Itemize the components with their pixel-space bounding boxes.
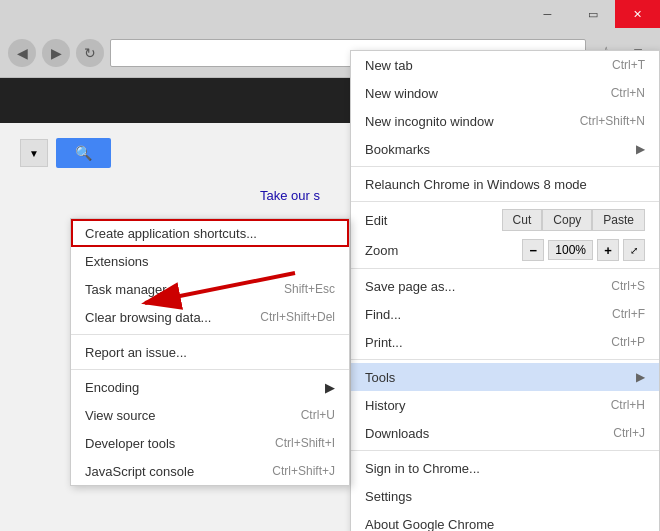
menu-divider-5 [351,450,659,451]
menu-item-save-page-label: Save page as... [365,279,455,294]
menu-item-print-shortcut: Ctrl+P [611,335,645,349]
menu-item-tools-label: Tools [365,370,395,385]
tools-item-dev-tools[interactable]: Developer tools Ctrl+Shift+I [71,429,349,457]
bookmarks-arrow-icon: ▶ [636,142,645,156]
titlebar: ─ ▭ ✕ [0,0,660,28]
tools-item-view-source-shortcut: Ctrl+U [301,408,335,422]
menu-item-settings-label: Settings [365,489,412,504]
menu-divider-2 [351,201,659,202]
minimize-button[interactable]: ─ [525,0,570,28]
search-dropdown-button[interactable]: ▼ [20,139,48,167]
tools-item-create-shortcuts[interactable]: Create application shortcuts... [71,219,349,247]
tools-item-encoding-label: Encoding [85,380,139,395]
menu-item-downloads[interactable]: Downloads Ctrl+J [351,419,659,447]
menu-item-history-label: History [365,398,405,413]
tools-submenu: Create application shortcuts... Extensio… [70,218,350,486]
menu-item-tools[interactable]: Tools ▶ [351,363,659,391]
tools-item-view-source[interactable]: View source Ctrl+U [71,401,349,429]
zoom-out-button[interactable]: − [522,239,544,261]
menu-item-print-label: Print... [365,335,403,350]
maximize-button[interactable]: ▭ [570,0,615,28]
zoom-row: Zoom − 100% + ⤢ [351,235,659,265]
menu-divider-1 [351,166,659,167]
zoom-label: Zoom [365,243,518,258]
menu-item-incognito-label: New incognito window [365,114,494,129]
encoding-arrow-icon: ▶ [325,380,335,395]
menu-item-settings[interactable]: Settings [351,482,659,510]
tools-item-report-issue[interactable]: Report an issue... [71,338,349,366]
copy-button[interactable]: Copy [542,209,592,231]
menu-item-incognito-shortcut: Ctrl+Shift+N [580,114,645,128]
menu-item-new-window[interactable]: New window Ctrl+N [351,79,659,107]
menu-item-new-window-label: New window [365,86,438,101]
zoom-value: 100% [548,240,593,260]
menu-item-bookmarks-label: Bookmarks [365,142,430,157]
edit-row: Edit Cut Copy Paste [351,205,659,235]
tools-item-dev-tools-label: Developer tools [85,436,175,451]
tools-item-extensions-label: Extensions [85,254,149,269]
tools-item-js-console-shortcut: Ctrl+Shift+J [272,464,335,478]
tools-divider-2 [71,369,349,370]
menu-item-new-window-shortcut: Ctrl+N [611,86,645,100]
menu-item-bookmarks[interactable]: Bookmarks ▶ [351,135,659,163]
paste-button[interactable]: Paste [592,209,645,231]
tools-item-task-manager-shortcut: Shift+Esc [284,282,335,296]
menu-item-find-label: Find... [365,307,401,322]
tools-item-view-source-label: View source [85,408,156,423]
tools-item-task-manager[interactable]: Task manager Shift+Esc [71,275,349,303]
search-button[interactable]: 🔍 [56,138,111,168]
refresh-button[interactable]: ↻ [76,39,104,67]
menu-item-about[interactable]: About Google Chrome [351,510,659,531]
close-button[interactable]: ✕ [615,0,660,28]
menu-item-new-tab-shortcut: Ctrl+T [612,58,645,72]
menu-item-save-page-shortcut: Ctrl+S [611,279,645,293]
tools-item-create-shortcuts-label: Create application shortcuts... [85,226,257,241]
tools-item-report-issue-label: Report an issue... [85,345,187,360]
menu-item-print[interactable]: Print... Ctrl+P [351,328,659,356]
tools-item-js-console-label: JavaScript console [85,464,194,479]
menu-divider-3 [351,268,659,269]
menu-item-new-tab-label: New tab [365,58,413,73]
menu-divider-4 [351,359,659,360]
cut-button[interactable]: Cut [502,209,543,231]
tools-item-encoding[interactable]: Encoding ▶ [71,373,349,401]
menu-item-relaunch-label: Relaunch Chrome in Windows 8 mode [365,177,587,192]
take-our-text: Take our s [260,188,320,203]
menu-item-find-shortcut: Ctrl+F [612,307,645,321]
search-icon: 🔍 [75,145,92,161]
tools-item-clear-data[interactable]: Clear browsing data... Ctrl+Shift+Del [71,303,349,331]
menu-item-about-label: About Google Chrome [365,517,494,532]
forward-button[interactable]: ▶ [42,39,70,67]
tools-item-task-manager-label: Task manager [85,282,167,297]
menu-item-find[interactable]: Find... Ctrl+F [351,300,659,328]
menu-item-signin-label: Sign in to Chrome... [365,461,480,476]
menu-item-incognito[interactable]: New incognito window Ctrl+Shift+N [351,107,659,135]
zoom-fullscreen-button[interactable]: ⤢ [623,239,645,261]
edit-label: Edit [365,213,502,228]
tools-item-dev-tools-shortcut: Ctrl+Shift+I [275,436,335,450]
chrome-menu: New tab Ctrl+T New window Ctrl+N New inc… [350,50,660,531]
zoom-in-button[interactable]: + [597,239,619,261]
back-button[interactable]: ◀ [8,39,36,67]
tools-item-clear-data-label: Clear browsing data... [85,310,211,325]
tools-divider-1 [71,334,349,335]
menu-item-downloads-label: Downloads [365,426,429,441]
tools-item-extensions[interactable]: Extensions [71,247,349,275]
menu-item-history[interactable]: History Ctrl+H [351,391,659,419]
menu-item-new-tab[interactable]: New tab Ctrl+T [351,51,659,79]
tools-arrow-icon: ▶ [636,370,645,384]
menu-item-save-page[interactable]: Save page as... Ctrl+S [351,272,659,300]
menu-item-relaunch[interactable]: Relaunch Chrome in Windows 8 mode [351,170,659,198]
menu-item-downloads-shortcut: Ctrl+J [613,426,645,440]
menu-item-history-shortcut: Ctrl+H [611,398,645,412]
tools-item-clear-data-shortcut: Ctrl+Shift+Del [260,310,335,324]
menu-item-signin[interactable]: Sign in to Chrome... [351,454,659,482]
tools-item-js-console[interactable]: JavaScript console Ctrl+Shift+J [71,457,349,485]
